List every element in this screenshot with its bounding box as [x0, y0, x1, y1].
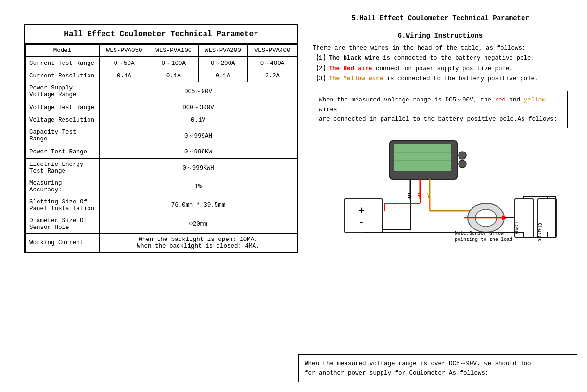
- table-row: Slotting Size Of Panel Installation76.0m…: [26, 196, 297, 215]
- wiring-diagram: B R Y + -: [315, 136, 565, 242]
- wire2-text: connection power supply positive pole.: [372, 65, 513, 72]
- table-row-value-span: 0.1V: [100, 114, 297, 126]
- table-header-cell: WLS-PVA100: [149, 45, 198, 57]
- info-box1-line1-pre: When the measured voltage range is DC5～9…: [319, 97, 491, 103]
- table-row-label: Capacity Test Range: [26, 126, 100, 145]
- table-row-label: Measuring Accuracy:: [26, 177, 100, 196]
- svg-text:+: +: [358, 205, 365, 217]
- wiring-intro: There are three wires in the head of the…: [313, 43, 568, 53]
- table-row: Current Resolution0.1A0.1A0.1A0.2A: [26, 70, 297, 82]
- table-row-value: 0～100A: [149, 57, 198, 70]
- table-header-cell: WLS-PVA400: [248, 45, 297, 57]
- table-row-label: Voltage Test Range: [26, 101, 100, 114]
- table-title: Hall Effect Coulometer Technical Paramet…: [25, 25, 297, 44]
- table-row: Capacity Test Range0～999AH: [26, 126, 297, 145]
- info-box1: When the measured voltage range is DC5～9…: [313, 91, 568, 128]
- section5-title: 5.Hall Effect Coulometer Technical Param…: [313, 14, 568, 22]
- wire2-line: 【2】The Red wire connection power supply …: [313, 64, 568, 74]
- info-box2-line1: When the measured voltage range is over …: [305, 360, 531, 367]
- info-box1-yellow: yellow: [524, 97, 546, 103]
- table-row-label: Voltage Resolution: [26, 114, 100, 126]
- table-row-value-span: When the backlight is open: 10MA.When th…: [100, 234, 297, 253]
- svg-rect-2: [394, 144, 451, 171]
- table-row-value-span: 0～999KW: [100, 145, 297, 159]
- svg-text:B: B: [408, 193, 411, 200]
- table-row-label: Power Test Range: [26, 145, 100, 159]
- param-table: ModelWLS-PVA050WLS-PVA100WLS-PVA200WLS-P…: [25, 44, 297, 253]
- table-row-value: 0.1A: [198, 70, 248, 82]
- info-box1-line2: are connected in parallel to the battery…: [319, 116, 557, 123]
- section6-title: 6.Wiring Instructions: [313, 32, 568, 39]
- table-row-value-span: Φ20mm: [100, 215, 297, 234]
- table-row-value-span: DC5～90V: [100, 82, 297, 101]
- table-row: Measuring Accuracy:1%: [26, 177, 297, 196]
- table-row: Voltage Test RangeDC0～300V: [26, 101, 297, 114]
- page: Hall Effect Coulometer Technical Paramet…: [0, 0, 587, 392]
- svg-text:-: -: [358, 217, 364, 228]
- table-row: Power Supply Voltage RangeDC5～90V: [26, 82, 297, 101]
- info-box1-and: and: [510, 97, 521, 103]
- svg-text:Y: Y: [427, 193, 430, 200]
- wire3-line: 【3】The Yellow wire is connected to the b…: [313, 74, 568, 84]
- table-row-value-span: 76.0mm * 39.5mm: [100, 196, 297, 215]
- table-header-cell: Model: [26, 45, 100, 57]
- svg-point-6: [459, 160, 466, 168]
- table-row-value: 0.2A: [248, 70, 297, 82]
- wire3-bracket: 【3】: [313, 76, 329, 82]
- wire1-text: is connected to the battery negative pol…: [380, 55, 535, 62]
- wire1-label: The black wire: [329, 55, 380, 62]
- info-box2-line2: for another power supply for Coulometer.…: [305, 370, 489, 377]
- right-panel: 5.Hall Effect Coulometer Technical Param…: [303, 10, 577, 382]
- info-box1-red: red: [495, 97, 506, 103]
- table-row-value-span: 1%: [100, 177, 297, 196]
- table-row-value: 0～200A: [198, 57, 248, 70]
- info-box1-line1-end: wires: [319, 106, 337, 113]
- table-row-value: 0～50A: [100, 57, 149, 70]
- svg-text:Note:Sensor arrow: Note:Sensor arrow: [455, 231, 504, 236]
- table-row-value: 0～400A: [248, 57, 297, 70]
- svg-text:Charger: Charger: [537, 223, 543, 242]
- table-header-cell: WLS-PVA200: [198, 45, 248, 57]
- wire1-bracket: 【1】: [313, 55, 329, 62]
- wire3-label: The Yellow wire: [329, 76, 383, 82]
- svg-text:pointing to the load: pointing to the load: [455, 237, 512, 242]
- table-row: Current Test Range0～50A0～100A0～200A0～400…: [26, 57, 297, 70]
- table-header-cell: WLS-PVA050: [100, 45, 149, 57]
- wire2-bracket: 【2】: [313, 65, 329, 72]
- table-row-label: Power Supply Voltage Range: [26, 82, 100, 101]
- table-row-value: 0.1A: [149, 70, 198, 82]
- table-row-label: Current Resolution: [26, 70, 100, 82]
- table-row: Voltage Resolution0.1V: [26, 114, 297, 126]
- table-row-label: Slotting Size Of Panel Installation: [26, 196, 100, 215]
- svg-point-5: [459, 152, 466, 159]
- table-row-value-span: DC0～300V: [100, 101, 297, 114]
- svg-text:R: R: [417, 193, 421, 200]
- table-row-label: Diameter Size Of Sensor Hole: [26, 215, 100, 234]
- diagram-container: B R Y + -: [313, 136, 568, 242]
- wire3-text: is connected to the battery positive pol…: [383, 76, 538, 82]
- table-row-value-span: 0～999AH: [100, 126, 297, 145]
- table-row-label: Current Test Range: [26, 57, 100, 70]
- param-table-container: Hall Effect Coulometer Technical Paramet…: [24, 24, 298, 253]
- table-row: Diameter Size Of Sensor HoleΦ20mm: [26, 215, 297, 234]
- wiring-text: There are three wires in the head of the…: [313, 43, 568, 84]
- left-panel: Hall Effect Coulometer Technical Paramet…: [10, 10, 303, 382]
- table-row-label: Electric Energy Test Range: [26, 159, 100, 177]
- table-row: Working CurrentWhen the backlight is ope…: [26, 234, 297, 253]
- info-box2: When the measured voltage range is over …: [298, 354, 577, 382]
- table-row-label: Working Current: [26, 234, 100, 253]
- table-row: Power Test Range0～999KW: [26, 145, 297, 159]
- table-row-value: 0.1A: [100, 70, 149, 82]
- wire1-line: 【1】The black wire is connected to the ba…: [313, 53, 568, 63]
- wire2-label: The Red wire: [329, 65, 372, 72]
- table-row-value-span: 0～999KWH: [100, 159, 297, 177]
- table-row: Electric Energy Test Range0～999KWH: [26, 159, 297, 177]
